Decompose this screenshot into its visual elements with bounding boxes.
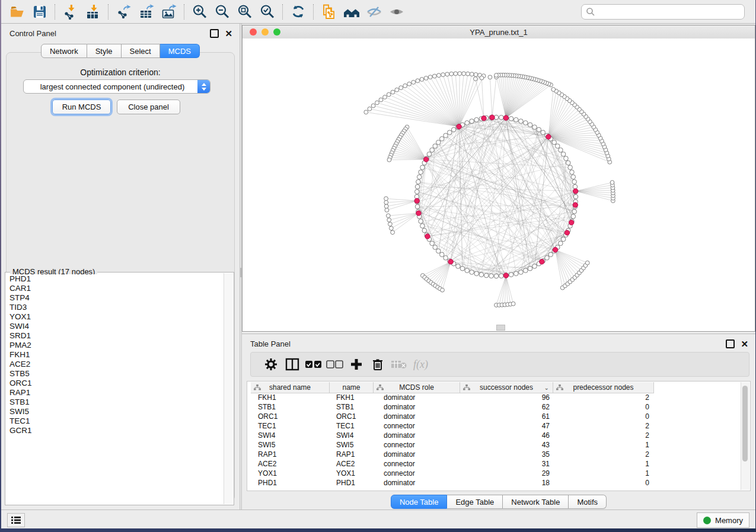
column-header-successor-nodes[interactable]: successor nodes⌄	[460, 382, 553, 393]
network-window-titlebar[interactable]: YPA_prune.txt_1	[243, 25, 755, 39]
add-column-icon[interactable]	[346, 355, 367, 373]
table-row[interactable]: ACE2ACE2connector311	[251, 459, 654, 469]
table-cell: 18	[460, 479, 553, 487]
save-session-icon[interactable]	[30, 2, 50, 21]
first-neighbors-icon[interactable]	[342, 2, 362, 21]
column-header-MCDS-role[interactable]: MCDS role	[374, 382, 460, 393]
table-row[interactable]: RAP1RAP1dominator352	[251, 450, 654, 459]
scrollbar-thumb[interactable]	[742, 386, 748, 462]
show-columns-icon[interactable]	[282, 355, 303, 373]
mcds-result-item[interactable]: STB1	[9, 398, 224, 407]
status-menu-button[interactable]	[7, 513, 25, 527]
zoom-selected-icon[interactable]	[257, 2, 277, 21]
zoom-fit-icon[interactable]	[235, 2, 255, 21]
mcds-result-item[interactable]: PHD1	[9, 274, 224, 284]
table-row[interactable]: YOX1YOX1connector291	[251, 469, 654, 478]
column-header-name[interactable]: name	[330, 382, 374, 393]
mcds-result-item[interactable]: SRD1	[9, 331, 224, 341]
tab-network[interactable]: Network	[41, 44, 87, 58]
copy-network-icon[interactable]	[319, 2, 339, 21]
tab-select[interactable]: Select	[122, 44, 160, 58]
mcds-result-item[interactable]: TEC1	[9, 416, 224, 426]
table-cell: TEC1	[330, 422, 374, 430]
tab-network-table[interactable]: Network Table	[503, 495, 569, 509]
column-label: shared name	[269, 383, 311, 392]
mcds-result-item[interactable]: SWI4	[9, 322, 224, 331]
import-network-icon[interactable]	[60, 2, 81, 21]
search-icon	[586, 7, 595, 17]
export-network-icon[interactable]	[114, 2, 134, 21]
network-canvas[interactable]	[243, 39, 755, 331]
mcds-result-item[interactable]: ACE2	[9, 360, 224, 369]
network-view[interactable]	[243, 39, 755, 331]
table-cell: 43	[460, 441, 553, 449]
table-cell: SWI4	[330, 431, 374, 440]
hide-selected-icon[interactable]	[364, 2, 384, 21]
table-row[interactable]: FKH1FKH1dominator962	[251, 393, 654, 402]
mcds-result-item[interactable]: YOX1	[9, 312, 224, 322]
mcds-result-item[interactable]: PMA2	[9, 341, 224, 350]
table-row[interactable]: TEC1TEC1connector472	[251, 421, 654, 431]
close-panel-button[interactable]: Close panel	[117, 100, 180, 114]
tab-mcds[interactable]: MCDS	[160, 44, 200, 58]
mcds-result-item[interactable]: TID3	[9, 303, 224, 312]
tab-node-table[interactable]: Node Table	[391, 495, 448, 509]
network-window: YPA_prune.txt_1	[242, 25, 755, 332]
table-rows: FKH1FKH1dominator962STB1STB1dominator620…	[251, 393, 654, 488]
table-cell: connector	[374, 469, 460, 477]
mcds-result-item[interactable]: ORC1	[9, 379, 224, 388]
settings-icon[interactable]	[260, 355, 282, 373]
table-cell: RAP1	[251, 450, 330, 459]
search-field[interactable]	[581, 4, 745, 20]
table-cell: connector	[374, 422, 460, 430]
mcds-result-item[interactable]: STP4	[9, 293, 224, 303]
optimization-criterion-dropdown[interactable]: largest connected component (undirected)	[23, 79, 210, 94]
table-row[interactable]: SWI4SWI4dominator462	[251, 431, 654, 440]
zoom-out-icon[interactable]	[212, 2, 232, 21]
delete-column-icon[interactable]	[367, 355, 388, 373]
mcds-result-item[interactable]: STB5	[9, 369, 224, 379]
pane-divider-grip[interactable]	[496, 325, 505, 331]
export-table-icon[interactable]	[136, 2, 157, 21]
tab-style[interactable]: Style	[87, 44, 122, 58]
import-table-icon[interactable]	[83, 2, 103, 21]
mcds-result-item[interactable]: FKH1	[9, 350, 224, 360]
column-header-predecessor-nodes[interactable]: predecessor nodes	[553, 382, 654, 393]
refresh-layout-icon[interactable]	[288, 2, 308, 21]
column-header-shared-name[interactable]: shared name	[251, 382, 330, 393]
table-cell: STB1	[251, 403, 330, 411]
mcds-result-item[interactable]: RAP1	[9, 388, 224, 398]
table-header-row: shared namenameMCDS rolesuccessor nodes⌄…	[251, 382, 654, 393]
main-toolbar	[1, 0, 755, 24]
mcds-result-scrollbar[interactable]	[224, 273, 233, 504]
mcds-result-item[interactable]: GCR1	[9, 426, 224, 435]
float-panel-icon[interactable]	[210, 29, 219, 38]
table-scrollbar[interactable]	[741, 382, 749, 490]
zoom-in-icon[interactable]	[190, 2, 210, 21]
table-cell: FKH1	[330, 393, 374, 402]
close-panel-icon[interactable]: ✕	[225, 30, 232, 37]
toolbar-separator	[313, 4, 314, 20]
run-mcds-button[interactable]: Run MCDS	[52, 100, 111, 114]
mcds-result-item[interactable]: SWI5	[9, 407, 224, 416]
table-row[interactable]: SWI5SWI5connector431	[251, 440, 654, 450]
export-image-icon[interactable]	[159, 2, 179, 21]
open-file-icon[interactable]	[7, 2, 27, 21]
table-row[interactable]: PHD1PHD1dominator180	[251, 478, 654, 488]
select-all-columns-icon[interactable]	[303, 355, 324, 373]
deselect-all-columns-icon[interactable]	[324, 355, 346, 373]
memory-button[interactable]: Memory	[697, 512, 749, 528]
tab-edge-table[interactable]: Edge Table	[447, 495, 503, 509]
show-all-icon[interactable]	[387, 2, 407, 21]
network-window-title: YPA_prune.txt_1	[243, 28, 755, 37]
mcds-result-list[interactable]: PHD1CAR1STP4TID3YOX1SWI4SRD1PMA2FKH1ACE2…	[6, 274, 224, 504]
close-panel-icon[interactable]: ✕	[741, 341, 748, 347]
table-row[interactable]: STB1STB1dominator620	[251, 402, 654, 412]
mcds-result-item[interactable]: CAR1	[9, 284, 224, 293]
float-panel-icon[interactable]	[726, 339, 735, 348]
table-cell: 1	[553, 441, 654, 449]
search-input[interactable]	[595, 7, 744, 17]
table-cell: 1	[553, 469, 654, 477]
tab-motifs[interactable]: Motifs	[569, 495, 607, 509]
table-row[interactable]: ORC1ORC1dominator610	[251, 412, 654, 421]
